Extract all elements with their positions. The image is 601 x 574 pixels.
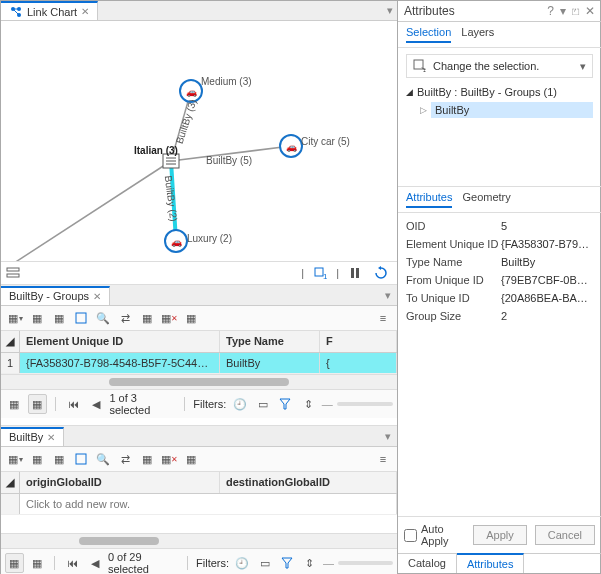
pin-icon[interactable]: ⏍ [572,4,579,18]
menu-icon[interactable]: ≡ [373,308,393,328]
new-row[interactable]: Click to add new row. [1,494,397,515]
cell-type-name[interactable]: BuiltBy [220,353,320,373]
chevron-down-icon[interactable]: ▾ [385,430,397,443]
h-scrollbar[interactable] [1,374,397,389]
calculate-icon[interactable]: ▦ [49,449,69,469]
h-scrollbar[interactable] [1,533,397,548]
tab-layers[interactable]: Layers [461,26,494,43]
tab-builtby[interactable]: BuiltBy ✕ [1,427,64,446]
delete-icon[interactable]: ▦✕ [159,449,179,469]
switch-icon[interactable]: ⇄ [115,308,135,328]
kv-to-id[interactable]: To Unique ID{20A86BEA-BAE4-4F33-B10E [398,289,601,307]
link-chart-canvas[interactable]: 🚗 🚗 🚗 Medium (3) City car (5) [1,21,397,261]
tab-geometry[interactable]: Geometry [462,191,510,208]
tab-builtby-groups-label: BuiltBy - Groups [9,290,89,302]
add-icon[interactable]: ▦ [27,308,47,328]
add-icon[interactable]: ▦ [27,449,47,469]
menu-icon[interactable]: ≡ [373,449,393,469]
col-destination[interactable]: destinationGlobalID [220,472,397,493]
chevron-down-icon[interactable]: ▾ [385,289,397,302]
tab-attributes-bottom[interactable]: Attributes [457,553,524,573]
refresh-icon[interactable] [371,263,391,283]
zoom-slider[interactable] [338,561,393,565]
show-all-icon[interactable]: ▦ [5,553,24,573]
zoom-slider[interactable] [337,402,393,406]
select-tool-icon[interactable]: 1 [310,263,330,283]
tab-selection[interactable]: Selection [406,26,451,43]
link-chart-icon [9,5,23,19]
tree-child[interactable]: ▷ BuiltBy [420,100,593,120]
filter-extent-icon[interactable]: ▭ [256,553,275,573]
apply-button[interactable]: Apply [473,525,527,545]
field-view-icon[interactable]: ▦▾ [5,449,25,469]
copy-icon[interactable]: ▦ [181,308,201,328]
sort-icon[interactable]: ⇕ [299,394,318,414]
delete-icon[interactable]: ▦✕ [159,308,179,328]
auto-apply-checkbox[interactable]: Auto Apply [404,523,465,547]
field-view-icon[interactable]: ▦▾ [5,308,25,328]
close-icon[interactable]: ✕ [81,6,89,17]
cell-f[interactable]: { [320,353,397,373]
clear-icon[interactable]: ▦ [137,308,157,328]
new-row-placeholder[interactable]: Click to add new row. [20,494,397,514]
show-selected-icon[interactable]: ▦ [28,394,47,414]
show-selected-icon[interactable]: ▦ [28,553,47,573]
layer-list-icon[interactable] [3,263,23,283]
tab-catalog[interactable]: Catalog [398,554,457,573]
calculate-icon[interactable]: ▦ [49,308,69,328]
table-row[interactable]: 1 {FA358307-B798-4548-B5F7-5C449C61B61C}… [1,353,397,374]
cancel-button[interactable]: Cancel [535,525,595,545]
zoom-icon[interactable]: 🔍 [93,308,113,328]
switch-icon[interactable]: ⇄ [115,449,135,469]
auto-apply-input[interactable] [404,529,417,542]
copy-icon[interactable]: ▦ [181,449,201,469]
kv-from-id[interactable]: From Unique ID{79EB7CBF-0BEF-4B9B-8579- [398,271,601,289]
kv-oid[interactable]: OID5 [398,217,601,235]
tab-link-chart[interactable]: Link Chart ✕ [1,1,98,20]
svg-rect-27 [414,60,423,69]
close-icon[interactable]: ✕ [93,291,101,302]
col-origin[interactable]: originGlobalID [20,472,220,493]
collapse-icon[interactable]: ◢ [406,87,413,97]
col-type-name[interactable]: Type Name [220,331,320,352]
chevron-down-icon[interactable]: ▾ [387,4,397,17]
zoom-icon[interactable]: 🔍 [93,449,113,469]
filter-funnel-icon[interactable] [276,394,295,414]
select-icon[interactable] [71,308,91,328]
pause-icon[interactable] [345,263,365,283]
expand-icon[interactable]: ▷ [420,105,427,115]
tree-parent[interactable]: ◢ BuiltBy : BuiltBy - Groups (1) [406,84,593,100]
filter-time-icon[interactable]: 🕘 [230,394,249,414]
attributes-title-label: Attributes [404,4,455,18]
kv-type-name[interactable]: Type NameBuiltBy [398,253,601,271]
close-icon[interactable]: ✕ [47,432,55,443]
tab-attributes[interactable]: Attributes [406,191,452,208]
filter-funnel-icon[interactable] [278,553,297,573]
sort-icon[interactable]: ⇕ [301,553,320,573]
close-icon[interactable]: ✕ [585,4,595,18]
col-f[interactable]: F [320,331,397,352]
tab-builtby-groups[interactable]: BuiltBy - Groups ✕ [1,286,110,305]
row-corner[interactable]: ◢ [1,331,20,352]
auto-apply-label: Auto Apply [421,523,465,547]
show-all-icon[interactable]: ▦ [5,394,24,414]
tab-link-chart-label: Link Chart [27,6,77,18]
filter-extent-icon[interactable]: ▭ [253,394,272,414]
kv-element-id[interactable]: Element Unique ID{FA358307-B798-4548-B5F… [398,235,601,253]
col-element-id[interactable]: Element Unique ID [20,331,220,352]
first-icon[interactable]: ⏮ [64,394,83,414]
select-icon[interactable] [71,449,91,469]
prev-icon[interactable]: ◀ [87,394,106,414]
first-icon[interactable]: ⏮ [63,553,82,573]
prev-icon[interactable]: ◀ [85,553,104,573]
cell-element-id[interactable]: {FA358307-B798-4548-B5F7-5C449C61B61C} [20,353,220,373]
svg-text:🚗: 🚗 [286,141,298,153]
filter-time-icon[interactable]: 🕘 [233,553,252,573]
kv-group-size[interactable]: Group Size2 [398,307,601,325]
change-selection-dropdown[interactable]: Change the selection. ▾ [406,54,593,78]
row-corner[interactable]: ◢ [1,472,20,493]
clear-icon[interactable]: ▦ [137,449,157,469]
row-num[interactable]: 1 [1,353,20,373]
help-icon[interactable]: ? [547,4,554,18]
autohide-icon[interactable]: ▾ [560,4,566,18]
